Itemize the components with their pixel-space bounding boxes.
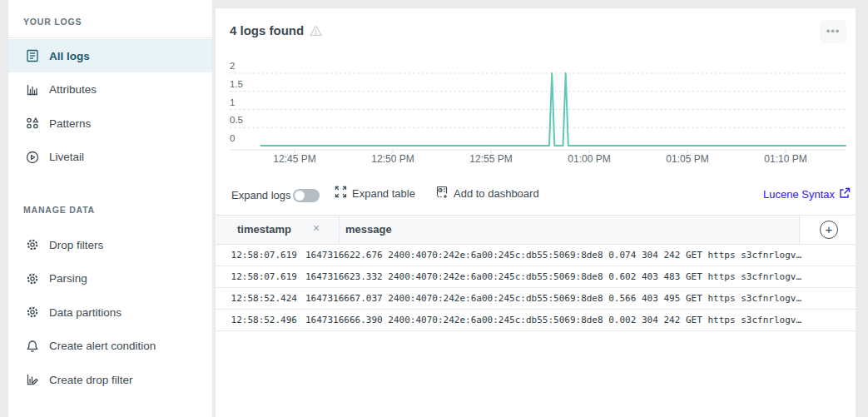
svg-text:12:55 PM: 12:55 PM <box>469 153 512 165</box>
sidebar-item-label: All logs <box>49 50 90 62</box>
sidebar-item-data-partitions[interactable]: Data partitions <box>8 295 212 329</box>
gear-icon <box>25 305 40 320</box>
sidebar-section-title: YOUR LOGS <box>23 17 82 27</box>
add-to-dashboard-button[interactable]: Add to dashboard <box>435 186 539 201</box>
log-timestamp-cell: 12:58:07.619 <box>216 250 297 261</box>
expand-logs-label: Expand logs <box>231 189 291 201</box>
gear-icon <box>25 271 40 286</box>
svg-text:01:10 PM: 01:10 PM <box>764 153 806 165</box>
sidebar-item-create-alert-condition[interactable]: Create alert condition <box>8 330 212 363</box>
play-circle-icon <box>25 150 40 165</box>
log-message-cell: 1647316666.390 2400:4070:242e:6a00:245c:… <box>305 315 845 325</box>
external-link-icon <box>839 187 851 201</box>
patterns-icon <box>25 116 40 131</box>
sidebar-item-livetail[interactable]: Livetail <box>8 141 212 174</box>
svg-text:12:45 PM: 12:45 PM <box>273 153 315 165</box>
log-timestamp-cell: 12:58:52.424 <box>216 293 297 304</box>
lucene-syntax-link[interactable]: Lucene Syntax <box>763 187 851 201</box>
log-rows: 12:58:07.6191647316622.676 2400:4070:242… <box>216 245 856 331</box>
logs-found-title: 4 logs found <box>230 23 304 37</box>
sidebar-item-label: Livetail <box>49 151 84 163</box>
remove-timestamp-column-button[interactable]: × <box>313 221 320 235</box>
svg-text:1: 1 <box>230 97 235 107</box>
logs-timeline-chart[interactable]: 21.510.5012:45 PM12:50 PM12:55 PM01:00 P… <box>221 58 856 168</box>
sidebar-item-attributes[interactable]: Attributes <box>8 73 212 107</box>
sidebar-section-title: MANAGE DATA <box>23 205 95 215</box>
svg-text:01:00 PM: 01:00 PM <box>568 153 610 165</box>
log-table-row[interactable]: 12:58:07.6191647316622.676 2400:4070:242… <box>216 245 856 266</box>
logs-list-icon <box>25 48 40 63</box>
expand-table-label: Expand table <box>352 187 415 200</box>
sidebar-item-label: Parsing <box>49 272 87 285</box>
add-column-cell: + <box>799 216 856 244</box>
svg-text:0: 0 <box>230 133 235 143</box>
sidebar-item-label: Attributes <box>49 83 97 96</box>
chart-edit-icon <box>25 372 40 387</box>
add-column-button[interactable]: + <box>820 221 838 239</box>
log-table-header: timestamp × message + <box>216 215 856 245</box>
expand-logs-toggle[interactable] <box>293 189 320 202</box>
sidebar-item-label: Create drop filter <box>49 374 133 386</box>
column-divider <box>339 216 340 244</box>
svg-text:1.5: 1.5 <box>230 79 243 89</box>
more-options-button[interactable]: ••• <box>820 20 846 43</box>
sidebar-item-parsing[interactable]: Parsing <box>8 262 212 295</box>
sidebar: YOUR LOGSAll logsAttributesPatternsLivet… <box>8 0 212 417</box>
log-table-row[interactable]: 12:58:52.4241647316667.037 2400:4070:242… <box>216 288 856 310</box>
sidebar-item-patterns[interactable]: Patterns <box>8 107 212 140</box>
column-header-timestamp[interactable]: timestamp <box>237 223 291 236</box>
sidebar-item-label: Patterns <box>49 117 91 130</box>
expand-icon <box>335 186 347 201</box>
bar-chart-icon <box>25 82 40 97</box>
sidebar-item-create-drop-filter[interactable]: Create drop filter <box>8 363 212 396</box>
sidebar-item-label: Create alert condition <box>49 340 156 352</box>
sidebar-item-all-logs[interactable]: All logs <box>8 39 212 72</box>
svg-text:01:05 PM: 01:05 PM <box>666 153 708 165</box>
svg-text:12:50 PM: 12:50 PM <box>371 153 414 165</box>
sidebar-item-label: Data partitions <box>49 306 122 319</box>
add-to-dashboard-label: Add to dashboard <box>454 187 539 200</box>
toggle-knob <box>295 191 305 201</box>
log-timestamp-cell: 12:58:52.496 <box>216 315 297 325</box>
sidebar-item-drop-filters[interactable]: Drop filters <box>8 228 212 261</box>
sidebar-divider <box>8 37 212 38</box>
bell-icon <box>25 339 40 354</box>
log-message-cell: 1647316622.676 2400:4070:242e:6a00:245c:… <box>305 250 845 261</box>
logs-panel: 4 logs found ••• 21.510.5012:45 PM12:50 … <box>216 8 856 417</box>
sidebar-item-label: Drop filters <box>49 239 103 251</box>
expand-table-button[interactable]: Expand table <box>335 186 415 201</box>
log-message-cell: 1647316623.332 2400:4070:242e:6a00:245c:… <box>305 271 845 282</box>
logs-toolbar: Expand logs Expand table <box>216 185 856 206</box>
lucene-syntax-label: Lucene Syntax <box>763 188 835 201</box>
dashboard-add-icon <box>435 186 449 201</box>
log-table-row[interactable]: 12:58:07.6191647316623.332 2400:4070:242… <box>216 266 856 288</box>
svg-text:0.5: 0.5 <box>230 115 243 125</box>
gear-icon <box>25 237 40 252</box>
warning-triangle-icon <box>309 24 323 37</box>
log-timestamp-cell: 12:58:07.619 <box>216 271 297 282</box>
column-header-message[interactable]: message <box>345 223 392 236</box>
svg-text:2: 2 <box>230 61 235 71</box>
log-table-row[interactable]: 12:58:52.4961647316666.390 2400:4070:242… <box>216 310 856 331</box>
log-message-cell: 1647316667.037 2400:4070:242e:6a00:245c:… <box>305 293 845 304</box>
